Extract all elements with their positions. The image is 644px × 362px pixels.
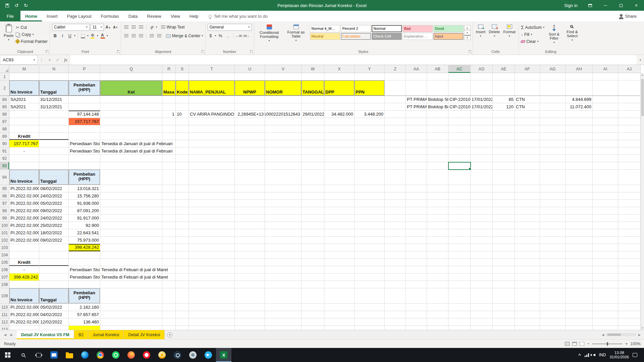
- cell-M99[interactable]: PI.2022.02.00044: [9, 215, 39, 222]
- cell-AE2[interactable]: [493, 80, 515, 96]
- cell-T87[interactable]: [189, 118, 235, 125]
- cell-AD107[interactable]: [471, 274, 493, 281]
- wrap-text-button[interactable]: Wrap Text: [161, 24, 185, 31]
- cell-AA87[interactable]: [406, 118, 427, 125]
- cell-AE91[interactable]: [493, 147, 515, 155]
- chevron-down-icon[interactable]: ▾: [156, 26, 157, 28]
- cell-R104[interactable]: [162, 251, 176, 259]
- cell-Z1[interactable]: [385, 73, 406, 80]
- cell-T102[interactable]: [189, 237, 235, 244]
- row-header-105[interactable]: 105: [0, 259, 9, 266]
- cell-AA112[interactable]: [406, 318, 427, 326]
- column-header-T[interactable]: T: [189, 65, 235, 73]
- underline-button[interactable]: U: [67, 33, 73, 39]
- row-header-93[interactable]: 93: [0, 162, 9, 170]
- tray-chevron-icon[interactable]: ^: [578, 353, 581, 358]
- cell-T105[interactable]: [189, 259, 235, 266]
- cell-AD102[interactable]: [471, 237, 493, 244]
- cell-R84[interactable]: [162, 96, 176, 103]
- cell-Q97[interactable]: [100, 200, 162, 207]
- cell-Q104[interactable]: [100, 251, 162, 259]
- cell-Y108[interactable]: [355, 281, 385, 288]
- cell-AF92[interactable]: [515, 155, 540, 162]
- cell-T100[interactable]: [189, 222, 235, 229]
- cell-M112[interactable]: PI.2022.02.00010: [9, 318, 39, 326]
- row-header-107[interactable]: 107: [0, 274, 9, 281]
- cell-AB89[interactable]: [427, 133, 448, 140]
- cell-S91[interactable]: [176, 147, 189, 155]
- cell-AE85[interactable]: 120: [493, 103, 515, 111]
- cell-M103[interactable]: [9, 244, 39, 251]
- cell-AA104[interactable]: [406, 251, 427, 259]
- restore-button[interactable]: [613, 0, 629, 11]
- cell-Q101[interactable]: [100, 229, 162, 237]
- previous-sheet-button[interactable]: ◀: [4, 333, 6, 337]
- cell-AE111[interactable]: [493, 311, 515, 318]
- cell-M86[interactable]: [9, 111, 39, 118]
- cell-W92[interactable]: [302, 155, 324, 162]
- cell-Q2[interactable]: Ket: [100, 80, 162, 96]
- cell-AA97[interactable]: [406, 200, 427, 207]
- cell-U1[interactable]: [235, 73, 265, 80]
- cell-T107[interactable]: [189, 274, 235, 281]
- autosum-button[interactable]: ΣAutoSum▾: [521, 24, 544, 31]
- column-header-AC[interactable]: AC: [448, 65, 471, 73]
- cell-AF85[interactable]: CTN: [515, 103, 540, 111]
- font-family-select[interactable]: Calibri▾: [52, 24, 90, 31]
- cell-AB93[interactable]: [427, 162, 448, 170]
- cell-AD109[interactable]: [471, 288, 493, 304]
- cell-AA88[interactable]: [406, 125, 427, 133]
- cell-AD91[interactable]: [471, 147, 493, 155]
- cell-N103[interactable]: [39, 244, 69, 251]
- customize-qat-button[interactable]: ▾: [31, 1, 40, 10]
- cell-AB104[interactable]: [427, 251, 448, 259]
- cell-AD88[interactable]: [471, 125, 493, 133]
- cell-AB106[interactable]: [427, 266, 448, 274]
- cell-AC106[interactable]: [448, 266, 471, 274]
- column-header-V[interactable]: V: [265, 65, 302, 73]
- cell-W91[interactable]: [302, 147, 324, 155]
- cell-AF111[interactable]: [515, 311, 540, 318]
- cell-P110[interactable]: 2.162.160: [69, 304, 100, 311]
- row-header-97[interactable]: 97: [0, 200, 9, 207]
- cell-P92[interactable]: [69, 155, 100, 162]
- cell-AC92[interactable]: [448, 155, 471, 162]
- cell-AJ108[interactable]: [618, 281, 641, 288]
- cell-W87[interactable]: [302, 118, 324, 125]
- cell-V111[interactable]: [265, 311, 302, 318]
- cell-N105[interactable]: [39, 259, 69, 266]
- cell-N85[interactable]: 31/12/2021: [39, 103, 69, 111]
- cell-R85[interactable]: [162, 103, 176, 111]
- cell-AD84[interactable]: 17/01/2022: [471, 96, 493, 103]
- cell-AD100[interactable]: [471, 222, 493, 229]
- fill-button[interactable]: ↓Fill▾: [521, 31, 544, 38]
- decrease-decimal-button[interactable]: .00→: [243, 33, 250, 39]
- language-indicator[interactable]: IND: [599, 353, 606, 357]
- formula-input[interactable]: [70, 55, 637, 65]
- task-view-button[interactable]: [31, 348, 46, 362]
- cell-AC109[interactable]: [448, 288, 471, 304]
- cell-AC87[interactable]: [448, 118, 471, 125]
- cell-S102[interactable]: [176, 237, 189, 244]
- cell-AG88[interactable]: [540, 125, 566, 133]
- cell-Z113[interactable]: [385, 326, 406, 330]
- cell-W99[interactable]: [302, 215, 324, 222]
- cell-W2[interactable]: TANGGAL: [302, 80, 324, 96]
- cell-AI113[interactable]: [593, 326, 618, 330]
- cell-Q98[interactable]: [100, 207, 162, 215]
- cell-AC110[interactable]: [448, 304, 471, 311]
- cell-Z91[interactable]: [385, 147, 406, 155]
- zoom-in-button[interactable]: +: [625, 341, 628, 346]
- cell-AI93[interactable]: [593, 162, 618, 170]
- cell-Q92[interactable]: [100, 155, 162, 162]
- volume-icon[interactable]: [593, 354, 595, 356]
- cell-AJ91[interactable]: [618, 147, 641, 155]
- cell-U86[interactable]: 2,26945E+13: [235, 111, 265, 118]
- cell-R95[interactable]: [162, 185, 176, 192]
- scroll-down-icon[interactable]: ▼: [641, 327, 644, 329]
- cell-S97[interactable]: [176, 200, 189, 207]
- cell-V85[interactable]: [265, 103, 302, 111]
- cell-AJ96[interactable]: [618, 192, 641, 200]
- column-header-Q[interactable]: Q: [100, 65, 162, 73]
- cell-AH103[interactable]: [566, 244, 593, 251]
